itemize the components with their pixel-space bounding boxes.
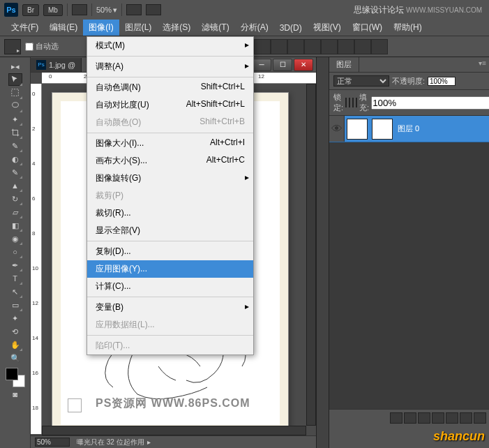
type-tool[interactable]: T xyxy=(8,272,22,285)
fg-color-swatch[interactable] xyxy=(6,368,18,380)
autoselect-checkbox[interactable]: 自动选 xyxy=(25,41,59,52)
opacity-input[interactable] xyxy=(428,77,456,86)
menu-revealall[interactable]: 显示全部(V) xyxy=(87,222,253,239)
marquee-tool[interactable] xyxy=(8,87,22,99)
3d-tool[interactable]: ✦ xyxy=(8,312,22,324)
lock-position-icon[interactable] xyxy=(352,98,354,107)
history-brush-tool[interactable]: ↻ xyxy=(8,193,22,205)
menu-layer[interactable]: 图层(L) xyxy=(119,20,158,36)
lock-pixels-icon[interactable] xyxy=(349,98,350,107)
path-tool[interactable]: ↖ xyxy=(8,285,22,298)
layer-thumbnail[interactable] xyxy=(347,119,368,140)
document-tab[interactable]: Ps 1.jpg @ xyxy=(31,58,82,72)
new-layer-icon[interactable] xyxy=(460,412,472,424)
menu-trim[interactable]: 裁切(R)... xyxy=(87,204,253,222)
mask-icon[interactable] xyxy=(418,412,430,424)
scrollbar-horizontal[interactable] xyxy=(42,426,306,435)
menu-window[interactable]: 窗口(W) xyxy=(347,20,388,36)
status-info: 曝光只在 32 位起作用 xyxy=(77,438,144,447)
panel-menu-icon[interactable]: ▾≡ xyxy=(479,59,486,67)
lasso-tool[interactable] xyxy=(8,100,22,112)
menu-adjustments[interactable]: 调整(A)▸ xyxy=(87,58,253,75)
crop-tool[interactable] xyxy=(8,126,22,139)
current-tool-preset[interactable] xyxy=(4,39,21,54)
menu-edit[interactable]: 编辑(E) xyxy=(44,20,83,36)
menu-mode[interactable]: 模式(M)▸ xyxy=(87,37,253,54)
hand-tool[interactable]: ✋ xyxy=(8,338,22,351)
canvas-watermark: PS资源网 WWW.86PS.COM xyxy=(96,396,250,411)
menu-file[interactable]: 文件(F) xyxy=(6,20,44,36)
delete-icon[interactable] xyxy=(474,412,486,424)
menu-filter[interactable]: 滤镜(T) xyxy=(196,20,234,36)
align-right-icon[interactable] xyxy=(271,39,287,54)
menu-autotone[interactable]: 自动色调(N)Shift+Ctrl+L xyxy=(87,79,253,96)
layer-name[interactable]: 图层 0 xyxy=(398,124,419,134)
view-extras-icon[interactable] xyxy=(72,4,87,15)
layer-row[interactable]: 👁 图层 0 xyxy=(329,116,489,142)
wand-tool[interactable]: ✦ xyxy=(8,113,22,126)
visibility-eye-icon[interactable]: 👁 xyxy=(329,116,345,142)
menu-view[interactable]: 视图(V) xyxy=(308,20,347,36)
bridge-button[interactable]: Br xyxy=(22,4,39,16)
3d-camera-tool[interactable]: ⟲ xyxy=(8,325,22,338)
menu-autocontrast[interactable]: 自动对比度(U)Alt+Shift+Ctrl+L xyxy=(87,96,253,114)
color-swatches[interactable] xyxy=(6,368,25,387)
menu-imagesize[interactable]: 图像大小(I)...Alt+Ctrl+I xyxy=(87,135,253,152)
scrollbar-vertical[interactable] xyxy=(306,84,316,426)
menu-applydataset: 应用数据组(L)... xyxy=(87,316,253,334)
zoom-tool[interactable]: 🔍 xyxy=(8,352,22,364)
blend-mode-select[interactable]: 正常 xyxy=(333,75,389,87)
move-tool[interactable] xyxy=(8,73,22,86)
menu-variables[interactable]: 变量(B)▸ xyxy=(87,299,253,316)
dodge-tool[interactable]: ○ xyxy=(8,246,22,258)
stamp-tool[interactable]: ▲ xyxy=(8,179,22,192)
separator xyxy=(87,56,253,57)
collapse-icon[interactable]: ▸◂ xyxy=(8,60,22,73)
menu-rotation[interactable]: 图像旋转(G)▸ xyxy=(87,170,253,187)
menu-help[interactable]: 帮助(H) xyxy=(388,20,428,36)
eyedropper-tool[interactable]: ✎ xyxy=(8,140,22,152)
menu-applyimage[interactable]: 应用图像(Y)... xyxy=(87,260,253,278)
shape-tool[interactable]: ▭ xyxy=(8,299,22,311)
layers-tab[interactable]: 图层 xyxy=(329,57,359,72)
arrange-docs-icon[interactable] xyxy=(126,4,142,15)
status-arrow-icon[interactable]: ▸ xyxy=(147,438,151,446)
quickmask-tool[interactable]: ◙ xyxy=(8,388,22,401)
eraser-tool[interactable]: ▱ xyxy=(8,206,22,218)
menu-select[interactable]: 选择(S) xyxy=(157,20,196,36)
menu-3d[interactable]: 3D(D) xyxy=(274,21,308,35)
zoom-level[interactable]: 50% ▾ xyxy=(96,6,117,15)
minibridge-button[interactable]: Mb xyxy=(43,4,63,16)
menu-calculations[interactable]: 计算(C)... xyxy=(87,278,253,295)
auto-align-icon[interactable] xyxy=(371,39,388,54)
pen-tool[interactable]: ✒ xyxy=(8,259,22,271)
healing-tool[interactable]: ◐ xyxy=(8,153,22,165)
menu-image[interactable]: 图像(I) xyxy=(83,20,119,36)
lock-transparent-icon[interactable] xyxy=(345,98,347,107)
align-center-h-icon[interactable] xyxy=(254,39,271,54)
close-button[interactable]: ✕ xyxy=(294,59,313,71)
lock-all-icon[interactable] xyxy=(356,98,357,107)
distribute-v-icon[interactable] xyxy=(354,39,371,54)
layer-mask-thumbnail[interactable] xyxy=(372,119,393,140)
menu-canvassize[interactable]: 画布大小(S)...Alt+Ctrl+C xyxy=(87,152,253,170)
fx-icon[interactable] xyxy=(404,412,416,424)
zoom-input[interactable] xyxy=(35,438,70,447)
align-top-icon[interactable] xyxy=(287,39,304,54)
minimize-button[interactable]: ─ xyxy=(252,59,271,71)
menu-analysis[interactable]: 分析(A) xyxy=(235,20,274,36)
menu-duplicate[interactable]: 复制(D)... xyxy=(87,243,253,260)
collapsed-panels[interactable] xyxy=(316,57,329,448)
link-layers-icon[interactable] xyxy=(390,412,403,424)
screen-mode-icon[interactable] xyxy=(146,4,161,15)
gradient-tool[interactable]: ◧ xyxy=(8,219,22,232)
distribute-h-icon[interactable] xyxy=(338,39,354,54)
adjustment-icon[interactable] xyxy=(432,412,444,424)
blur-tool[interactable]: ◉ xyxy=(8,232,22,245)
brush-tool[interactable]: ✎ xyxy=(8,166,22,179)
maximize-button[interactable]: ☐ xyxy=(273,59,292,71)
align-bottom-icon[interactable] xyxy=(321,39,338,54)
group-icon[interactable] xyxy=(446,412,458,424)
fill-input[interactable] xyxy=(371,96,489,110)
align-center-v-icon[interactable] xyxy=(304,39,321,54)
